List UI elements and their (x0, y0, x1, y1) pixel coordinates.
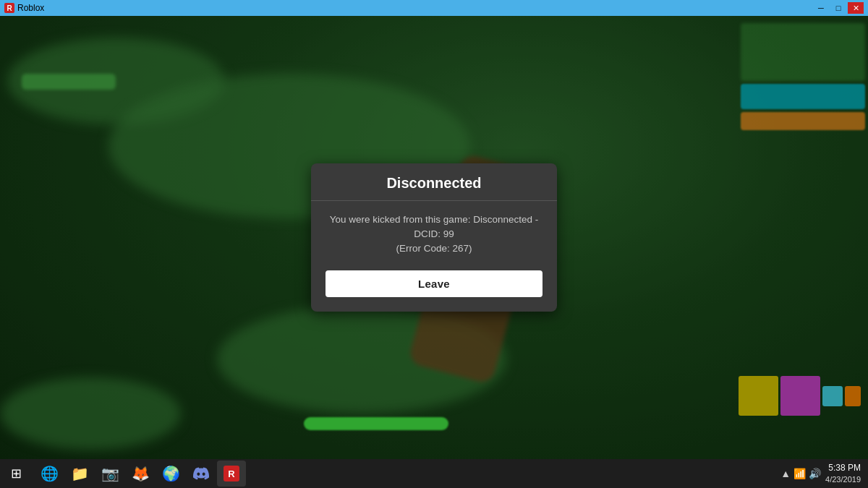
dialog-title: Disconnected (386, 175, 481, 191)
clock-time: 5:38 PM (825, 463, 861, 474)
taskbar-app-chrome[interactable]: 🌍 (156, 461, 185, 487)
titlebar-controls: ─ □ ✕ (813, 2, 864, 14)
taskbar-app-camera[interactable]: 📷 (95, 461, 124, 487)
taskbar-app-roblox[interactable]: R (217, 461, 246, 487)
game-background: Disconnected You were kicked from this g… (0, 16, 868, 459)
clock-date: 4/23/2019 (825, 474, 861, 484)
taskbar-app-discord[interactable] (187, 461, 216, 487)
app-icon: R (4, 3, 14, 13)
modal-overlay: Disconnected You were kicked from this g… (0, 16, 868, 459)
window-title: Roblox (17, 3, 44, 13)
tray-icons: ▲ 📶 🔊 (780, 468, 821, 479)
minimize-button[interactable]: ─ (813, 2, 829, 14)
dialog-footer: Leave (311, 270, 557, 312)
taskbar-tray: ▲ 📶 🔊 5:38 PM 4/23/2019 (773, 463, 868, 484)
titlebar-left: R Roblox (4, 3, 44, 13)
dialog-header: Disconnected (311, 163, 557, 201)
taskbar-app-firefox[interactable]: 🦊 (126, 461, 155, 487)
close-button[interactable]: ✕ (848, 2, 864, 14)
start-button[interactable]: ⊞ (0, 459, 32, 488)
tray-arrow-icon[interactable]: ▲ (780, 468, 791, 479)
taskbar-app-edge[interactable]: 🌐 (35, 461, 64, 487)
game-canvas: Disconnected You were kicked from this g… (0, 16, 868, 459)
disconnect-dialog: Disconnected You were kicked from this g… (311, 163, 557, 312)
title-bar: R Roblox ─ □ ✕ (0, 0, 868, 16)
taskbar-app-explorer[interactable]: 📁 (65, 461, 94, 487)
tray-signal-icon: 📶 (793, 468, 806, 479)
dialog-message: You were kicked from this game: Disconne… (328, 213, 540, 257)
tray-volume-icon[interactable]: 🔊 (809, 468, 821, 479)
taskbar-apps: 🌐 📁 📷 🦊 🌍 R (32, 461, 773, 487)
restore-button[interactable]: □ (830, 2, 846, 14)
taskbar: ⊞ 🌐 📁 📷 🦊 🌍 R ▲ 📶 🔊 5:38 PM 4/23/2019 (0, 459, 868, 488)
system-clock[interactable]: 5:38 PM 4/23/2019 (825, 463, 861, 484)
dialog-body: You were kicked from this game: Disconne… (311, 201, 557, 271)
leave-button[interactable]: Leave (326, 270, 542, 297)
